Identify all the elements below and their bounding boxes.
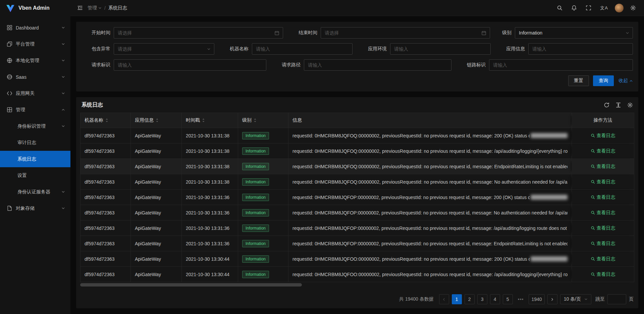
end-time-input[interactable] [321, 27, 481, 38]
sidebar-item-saas[interactable]: Saas [0, 69, 70, 85]
table-row: df5974d72363ApiGateWay2021-10-30 13:30:4… [80, 266, 634, 282]
include-exception-value[interactable] [114, 44, 207, 54]
sidebar-item-settings[interactable]: 设置 [0, 167, 70, 184]
query-button[interactable]: 查询 [593, 75, 614, 86]
sidebar-item-gateway[interactable]: 应用网关 [0, 85, 70, 102]
trace-id-label: 链路标识 [457, 62, 489, 68]
chevron-up-icon [629, 79, 633, 83]
pagination-page-5[interactable]: 5 [503, 294, 513, 304]
view-log-button[interactable]: 查看日志 [591, 194, 615, 200]
sort-caret-icon[interactable] [156, 118, 159, 123]
include-exception-label: 包含异常 [82, 46, 114, 52]
avatar[interactable] [615, 4, 624, 12]
chevron-up-icon [61, 108, 65, 112]
horizontal-scrollbar[interactable] [80, 283, 634, 287]
sidebar-item-platform[interactable]: 平台管理 [0, 36, 70, 52]
pagination-page-1[interactable]: 1 [452, 294, 462, 304]
request-path-input[interactable] [304, 60, 451, 70]
sidebar-item-localization[interactable]: 本地化管理 [0, 52, 70, 69]
end-time-datepicker[interactable] [321, 27, 490, 39]
filter-item-app-env: 应用环境 [358, 43, 491, 55]
view-log-button[interactable]: 查看日志 [591, 241, 615, 247]
pagination-page-3[interactable]: 3 [477, 294, 487, 304]
pagination-total: 共 19400 条数据 [399, 296, 434, 302]
machine-name-input[interactable] [252, 44, 352, 54]
view-log-button[interactable]: 查看日志 [591, 271, 615, 277]
settings-gear-icon[interactable] [628, 3, 638, 13]
app-info-field[interactable] [528, 43, 633, 55]
row-height-icon[interactable] [615, 102, 621, 108]
cell-actions: 查看日志 [572, 143, 634, 159]
refresh-icon[interactable] [604, 102, 609, 108]
breadcrumb-parent[interactable]: 管理 [88, 5, 102, 11]
pagination-page-1940[interactable]: 1940 [529, 294, 544, 304]
view-log-button[interactable]: 查看日志 [591, 164, 615, 170]
filter-row-3: 请求标识 请求路径 链路标识 [82, 59, 633, 71]
machine-name-label: 机器名称 [220, 46, 252, 52]
collapse-link[interactable]: 收起 [619, 78, 633, 84]
sidebar-item-auth-server[interactable]: 身份认证服务器 [0, 184, 70, 200]
request-id-field[interactable] [114, 59, 266, 71]
cell-level: Information [238, 205, 288, 220]
cell-machine-name: df5974d72363 [80, 205, 131, 220]
sidebar-item-object-storage[interactable]: 对象存储 [0, 200, 70, 216]
view-log-button[interactable]: 查看日志 [591, 148, 615, 154]
column-header-timestamp[interactable]: 时间戳 [182, 113, 238, 128]
sidebar-item-dashboard[interactable]: Dashboard [0, 19, 70, 36]
trace-id-input[interactable] [489, 60, 633, 70]
pagination-page-2[interactable]: 2 [465, 294, 475, 304]
sidebar-item-identity-management[interactable]: 身份标识管理 [0, 118, 70, 134]
pagination-ellipsis[interactable]: ••• [516, 294, 526, 304]
view-log-button[interactable]: 查看日志 [591, 210, 615, 216]
app-env-field[interactable] [390, 43, 491, 55]
view-log-button[interactable]: 查看日志 [591, 256, 615, 262]
view-log-button[interactable]: 查看日志 [591, 133, 615, 139]
pagination-prev-button[interactable] [439, 294, 449, 304]
view-log-button[interactable]: 查看日志 [591, 225, 615, 231]
include-exception-select[interactable] [114, 43, 214, 55]
cell-actions: 查看日志 [572, 251, 634, 266]
column-label: 应用信息 [135, 117, 154, 123]
start-time-input[interactable] [114, 27, 274, 38]
sort-caret-icon[interactable] [202, 118, 205, 123]
filter-item-start-time: 开始时间 [82, 27, 283, 39]
page-size-select[interactable]: 10 条/页 [560, 294, 591, 304]
machine-name-field[interactable] [252, 43, 353, 55]
sidebar-item-audit-logs[interactable]: 审计日志 [0, 134, 70, 151]
sidebar-item-admin[interactable]: 管理 [0, 102, 70, 118]
page-jump-input[interactable] [607, 294, 626, 304]
notification-bell-icon[interactable] [569, 3, 579, 13]
search-icon[interactable] [555, 3, 565, 13]
menu-fold-icon[interactable] [75, 3, 85, 13]
pagination-page-4[interactable]: 4 [490, 294, 500, 304]
start-time-datepicker[interactable] [114, 27, 283, 39]
level-select-value[interactable] [515, 27, 626, 38]
sidebar-item-system-logs[interactable]: 系统日志 [0, 151, 70, 167]
app-info-input[interactable] [529, 44, 633, 54]
view-log-button[interactable]: 查看日志 [591, 179, 615, 185]
logo[interactable]: Vben Admin [0, 0, 70, 16]
header: 管理 / 系统日志 [70, 0, 644, 16]
request-id-input[interactable] [114, 60, 266, 70]
reset-button[interactable]: 重置 [568, 75, 589, 86]
level-select[interactable] [515, 27, 633, 39]
trace-id-field[interactable] [489, 59, 633, 71]
language-icon[interactable]: 文A [598, 3, 610, 13]
app-env-input[interactable] [390, 44, 490, 54]
sort-caret-icon[interactable] [105, 118, 108, 123]
fullscreen-icon[interactable] [584, 3, 593, 13]
column-header-app_info[interactable]: 应用信息 [131, 113, 182, 128]
scrollbar-thumb[interactable] [80, 283, 302, 287]
pagination-next-button[interactable] [547, 294, 557, 304]
sidebar-item-label: 系统日志 [17, 156, 36, 162]
column-header-level[interactable]: 级别 [238, 113, 288, 128]
table-header-row: 机器名称应用信息时间戳级别信息操作方法 [80, 113, 634, 128]
column-settings-gear-icon[interactable] [627, 102, 633, 108]
sort-caret-icon[interactable] [254, 118, 257, 123]
filter-item-request-id: 请求标识 [82, 59, 266, 71]
filter-item-include-exception: 包含异常 [82, 43, 214, 55]
column-header-machine_name[interactable]: 机器名称 [80, 113, 131, 128]
view-log-label: 查看日志 [597, 194, 615, 200]
request-path-field[interactable] [304, 59, 451, 71]
cell-machine-name: df5974d72363 [80, 128, 131, 143]
